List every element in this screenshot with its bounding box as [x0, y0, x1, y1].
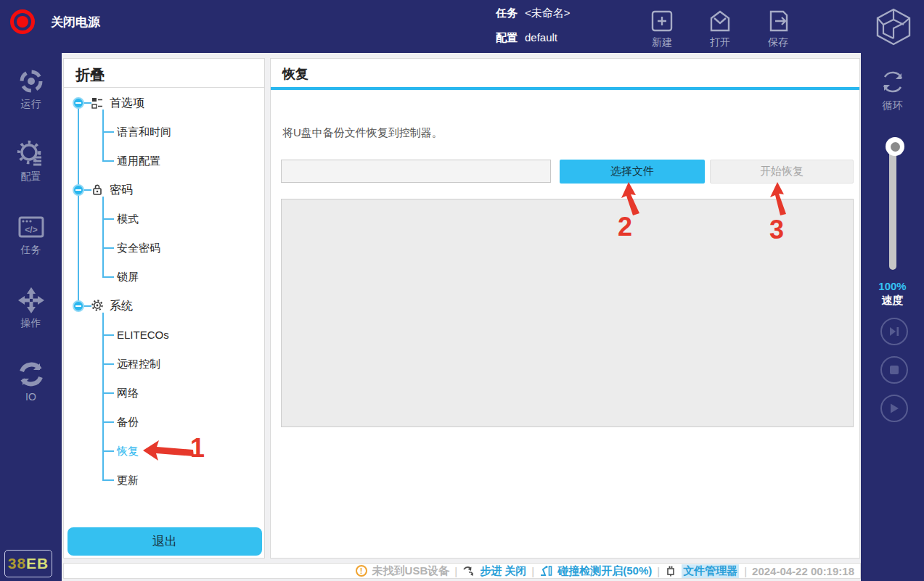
step-mode-toggle[interactable]: 步进 关闭	[480, 564, 526, 578]
usb-status-text: 未找到USB设备	[372, 564, 450, 578]
config-icon	[17, 140, 45, 168]
power-label: 关闭电源	[51, 14, 100, 30]
sidebar-item-config[interactable]: 配置	[0, 140, 62, 184]
collapse-node-icon[interactable]	[73, 184, 84, 196]
collision-detect-toggle[interactable]: 碰撞检测开启(50%)	[557, 564, 652, 578]
tree-item-safety-password[interactable]: 安全密码	[117, 242, 160, 255]
status-separator: |	[454, 565, 457, 577]
status-separator: |	[657, 565, 660, 577]
tree-branch-line	[102, 110, 104, 162]
task-value: <未命名>	[525, 7, 571, 20]
tree-branch-tick	[102, 479, 114, 481]
tree-branch-tick	[102, 334, 114, 336]
svg-text:</>: </>	[25, 225, 37, 235]
restore-file-input[interactable]	[281, 160, 551, 183]
power-button[interactable]: 关闭电源	[10, 9, 100, 34]
status-badge: 38EB	[4, 550, 52, 577]
play-icon	[888, 403, 900, 414]
tree-item-mode[interactable]: 模式	[117, 213, 139, 226]
sidebar-item-label: 运行	[21, 98, 41, 111]
tree-item-system[interactable]: 系统	[110, 299, 133, 314]
save-task-button[interactable]: 保存	[756, 8, 800, 49]
collapse-node-icon[interactable]	[73, 97, 84, 109]
tree-branch-tick	[102, 131, 114, 133]
tree-item-backup[interactable]: 备份	[117, 416, 139, 429]
sidebar-item-io[interactable]: IO	[0, 360, 62, 403]
tree-branch-tick	[102, 363, 114, 365]
sidebar-item-label: 任务	[21, 244, 41, 257]
run-icon	[17, 67, 45, 95]
sidebar-item-operate[interactable]: 操作	[0, 287, 62, 330]
title-accent-line	[271, 87, 859, 90]
panel-divider	[64, 87, 264, 88]
select-file-button[interactable]: 选择文件	[560, 160, 705, 184]
brand-logo-icon	[873, 6, 914, 51]
right-control-rail: 循环 100% 速度	[861, 53, 924, 581]
power-icon	[10, 9, 35, 34]
task-info: 任务 <未命名> 配置 default	[496, 7, 571, 56]
badge-part-2: EB	[26, 555, 49, 572]
tree-item-restore[interactable]: 恢复	[117, 445, 139, 458]
io-icon	[17, 360, 45, 388]
task-icon: </>	[17, 213, 45, 241]
speed-slider-knob[interactable]	[886, 137, 904, 156]
page-title: 恢复	[282, 65, 308, 83]
sidebar-item-label: 操作	[21, 317, 41, 330]
save-task-label: 保存	[768, 36, 788, 49]
stop-button[interactable]	[880, 356, 908, 384]
tree-branch-tick	[102, 392, 114, 394]
step-forward-button[interactable]	[880, 318, 908, 345]
step-mode-icon	[462, 565, 475, 577]
tree-branch-tick	[102, 450, 114, 452]
file-manager-button[interactable]: 文件管理器	[682, 564, 739, 578]
open-task-button[interactable]: 打开	[698, 8, 742, 49]
top-bar: 关闭电源 任务 <未命名> 配置 default 新建 打开 保存	[0, 0, 924, 53]
speed-readout: 100% 速度	[861, 279, 924, 307]
tree-item-remote-control[interactable]: 远程控制	[117, 358, 160, 371]
left-nav-rail: 运行 配置 </> 任务 操作	[0, 53, 62, 581]
play-button[interactable]	[880, 395, 908, 422]
exit-button[interactable]: 退出	[68, 527, 262, 556]
lock-icon	[91, 184, 103, 195]
new-task-icon	[649, 8, 675, 34]
restore-panel: 恢复 将U盘中备份文件恢复到控制器。 选择文件 开始恢复	[270, 58, 860, 559]
tree-branch-tick	[102, 247, 114, 249]
speed-slider-track[interactable]	[889, 142, 896, 270]
operate-icon	[17, 287, 45, 314]
annotation-step-1: 1	[190, 433, 205, 463]
tree-item-lock-screen[interactable]: 锁屏	[117, 271, 139, 284]
tree-panel-title[interactable]: 折叠	[75, 65, 105, 85]
speed-value: 100%	[861, 279, 924, 293]
stop-icon	[889, 365, 899, 375]
sidebar-item-task[interactable]: </> 任务	[0, 213, 62, 257]
sidebar-item-run[interactable]: 运行	[0, 67, 62, 111]
speed-label: 速度	[861, 293, 924, 307]
restore-description: 将U盘中备份文件恢复到控制器。	[282, 126, 443, 140]
loop-icon	[878, 67, 907, 96]
config-value: default	[525, 31, 557, 44]
tree-item-password[interactable]: 密码	[110, 183, 133, 198]
tree-branch-tick	[102, 421, 114, 423]
loop-mode-button[interactable]: 循环	[861, 67, 924, 112]
status-bar: ! 未找到USB设备 | 步进 关闭 | 碰撞检测开启(50%) | 文件管理器…	[63, 563, 861, 579]
tree-item-network[interactable]: 网络	[117, 387, 139, 400]
open-task-label: 打开	[710, 36, 730, 49]
new-task-button[interactable]: 新建	[640, 8, 684, 49]
sidebar-item-label: IO	[25, 391, 36, 403]
config-label: 配置	[496, 31, 518, 44]
new-task-label: 新建	[652, 36, 672, 49]
preferences-icon	[91, 97, 103, 109]
tree-item-update[interactable]: 更新	[117, 474, 139, 487]
tree-item-elitecos[interactable]: ELITECOs	[117, 329, 169, 341]
gear-icon	[91, 300, 103, 311]
skip-step-icon	[888, 325, 901, 338]
tree-item-preferences[interactable]: 首选项	[110, 96, 144, 111]
collapse-node-icon[interactable]	[73, 300, 84, 312]
collision-icon	[539, 565, 552, 577]
tree-item-language-time[interactable]: 语言和时间	[117, 125, 171, 139]
annotation-step-3: 3	[769, 215, 784, 245]
tree-branch-line	[102, 197, 104, 278]
tree-branch-tick	[102, 276, 114, 278]
tree-item-general-config[interactable]: 通用配置	[117, 154, 160, 168]
datetime-text: 2024-04-22 00:19:18	[752, 565, 854, 577]
